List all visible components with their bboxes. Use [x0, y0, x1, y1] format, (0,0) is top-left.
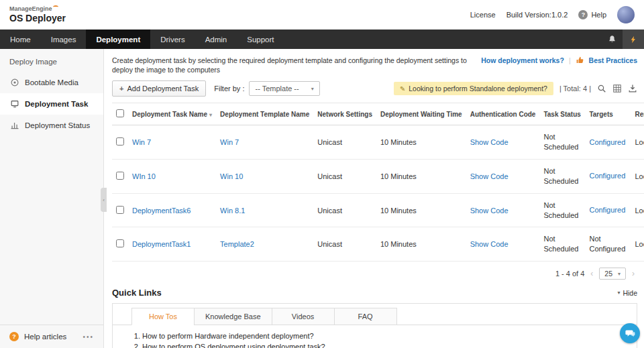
network-settings-cell: Unicast: [313, 227, 376, 262]
help-articles-label: Help articles: [24, 333, 66, 341]
col-remote-office[interactable]: Remote Office: [631, 103, 644, 125]
quick-link-item[interactable]: How to perform Hardware independent depl…: [142, 332, 637, 340]
row-checkbox[interactable]: [116, 239, 124, 247]
remote-office-cell: Local Office: [631, 227, 644, 262]
template-name-link[interactable]: Win 8.1: [220, 207, 245, 215]
col-authentication-code[interactable]: Authentication Code: [466, 103, 540, 125]
help-articles-icon: ?: [9, 332, 19, 341]
help-label: Help: [591, 11, 606, 19]
sidebar-item-bootable-media[interactable]: Bootable Media: [0, 72, 103, 93]
quick-actions-flash-icon[interactable]: [623, 30, 644, 49]
table-row[interactable]: DeploymentTask6 Win 8.1 Unicast 10 Minut…: [112, 193, 644, 227]
table-row[interactable]: Win 7 Win 7 Unicast 10 Minutes Show Code…: [112, 125, 644, 160]
search-icon[interactable]: [597, 84, 606, 93]
remote-office-cell: Local Office: [631, 193, 644, 227]
task-status-cell: Not Scheduled: [539, 193, 585, 227]
how-tos-list: How to perform Hardware independent depl…: [113, 332, 637, 348]
add-deployment-task-button[interactable]: + Add Deployment Task: [112, 80, 206, 97]
caret-down-icon: ▾: [617, 290, 620, 296]
waiting-time-cell: 10 Minutes: [376, 125, 466, 160]
show-code-link[interactable]: Show Code: [470, 240, 508, 248]
nav-tab-deployment[interactable]: Deployment: [86, 30, 150, 49]
select-all-checkbox[interactable]: [116, 109, 124, 117]
page-next-icon[interactable]: ›: [632, 269, 635, 278]
nav-tab-admin[interactable]: Admin: [195, 30, 237, 49]
network-settings-cell: Unicast: [313, 125, 376, 160]
chat-support-button[interactable]: [620, 323, 640, 343]
task-name-link[interactable]: Win 7: [132, 138, 151, 146]
page-size-select[interactable]: 25 ▾: [599, 268, 626, 280]
col-network-settings[interactable]: Network Settings: [313, 103, 376, 125]
column-chooser-icon[interactable]: [612, 84, 622, 93]
table-row[interactable]: WIn 10 Win 10 Unicast 10 Minutes Show Co…: [112, 160, 644, 194]
template-name-link[interactable]: Win 10: [220, 172, 243, 180]
task-name-link[interactable]: DeploymentTask1: [132, 240, 191, 248]
col-waiting-time[interactable]: Deployment Waiting Time: [376, 103, 466, 125]
row-checkbox[interactable]: [116, 137, 124, 146]
tab-knowledge-base[interactable]: Knowledge Base: [194, 308, 272, 325]
nav-tab-images[interactable]: Images: [41, 30, 87, 49]
tab-faq[interactable]: FAQ: [334, 308, 397, 325]
row-checkbox[interactable]: [116, 206, 124, 214]
pagination-range: 1 - 4 of 4: [555, 270, 584, 278]
col-targets[interactable]: Targets: [585, 103, 631, 125]
show-code-link[interactable]: Show Code: [470, 172, 508, 180]
app-title: OS Deployer: [9, 13, 66, 23]
notifications-bell-icon[interactable]: [601, 30, 623, 49]
quick-links-panel: How Tos Knowledge Base Videos FAQ How to…: [112, 303, 637, 348]
brand-arc-icon: [53, 5, 58, 9]
show-code-link[interactable]: Show Code: [470, 207, 508, 215]
how-deployment-works-link[interactable]: How deployment works?: [481, 56, 564, 64]
standalone-deployment-note[interactable]: ✎ Looking to perform Standalone deployme…: [394, 82, 553, 95]
page-description: Create deployment task by selecting the …: [112, 56, 481, 74]
task-status-cell: Not Scheduled: [539, 160, 585, 194]
sort-desc-icon: ▾: [209, 112, 212, 118]
tab-videos[interactable]: Videos: [272, 308, 335, 325]
sidebar-item-deployment-status[interactable]: Deployment Status: [0, 115, 103, 136]
sidebar-collapse-handle[interactable]: ‹: [101, 188, 107, 212]
best-practices-link[interactable]: Best Practices: [589, 56, 637, 64]
page-size-value: 25: [604, 270, 612, 278]
table-row[interactable]: DeploymentTask1 Template2 Unicast 10 Min…: [112, 227, 644, 262]
sidebar-item-deployment-task[interactable]: Deployment Task: [0, 93, 103, 115]
help-icon: ?: [578, 10, 588, 19]
collapse-chevron-icon: ‹: [103, 197, 105, 203]
sidebar-more-icon[interactable]: •••: [83, 333, 94, 341]
remote-office-cell: Local Office: [631, 160, 644, 194]
quick-link-item[interactable]: How to perform OS deployment using deplo…: [142, 343, 637, 348]
show-code-link[interactable]: Show Code: [470, 138, 508, 146]
row-checkbox[interactable]: [116, 172, 124, 180]
remote-office-cell: Local Office: [631, 125, 644, 160]
quick-links-hide-button[interactable]: ▾ Hide: [617, 289, 637, 297]
sidebar-section-title: Deploy Image: [0, 49, 103, 72]
template-name-link[interactable]: Win 7: [220, 138, 239, 146]
page-prev-icon[interactable]: ‹: [590, 269, 593, 278]
help-articles[interactable]: ? Help articles •••: [0, 325, 103, 348]
sidebar: Deploy Image Bootable Media Deployment T…: [0, 49, 104, 348]
targets-link[interactable]: Configured: [589, 172, 625, 180]
template-name-link[interactable]: Template2: [220, 240, 254, 248]
waiting-time-cell: 10 Minutes: [376, 193, 466, 227]
task-name-link[interactable]: DeploymentTask6: [132, 207, 191, 215]
help-link[interactable]: ? Help: [578, 10, 606, 19]
task-name-link[interactable]: WIn 10: [132, 172, 156, 180]
user-avatar[interactable]: [617, 6, 635, 23]
template-filter-select[interactable]: -- Template -- ▾: [249, 81, 319, 96]
brand-logo: ManageEngine OS Deployer: [9, 6, 66, 23]
tab-how-tos[interactable]: How Tos: [131, 308, 195, 325]
nav-tab-home[interactable]: Home: [0, 30, 41, 49]
col-template-name[interactable]: Deployment Template Name: [216, 103, 313, 125]
add-deployment-task-label: Add Deployment Task: [127, 84, 199, 93]
targets-cell: Not Configured: [585, 227, 631, 262]
bootable-media-icon: [9, 78, 19, 87]
export-icon[interactable]: [628, 84, 637, 93]
col-task-name[interactable]: Deployment Task Name▾: [128, 103, 216, 125]
nav-tab-support[interactable]: Support: [237, 30, 284, 49]
nav-tab-drivers[interactable]: Drivers: [150, 30, 195, 49]
targets-link[interactable]: Configured: [589, 206, 625, 214]
col-task-status[interactable]: Task Status: [539, 103, 585, 125]
license-link[interactable]: License: [470, 11, 496, 19]
targets-link[interactable]: Configured: [589, 138, 625, 146]
waiting-time-cell: 10 Minutes: [376, 227, 466, 262]
links-divider: |: [569, 56, 571, 64]
